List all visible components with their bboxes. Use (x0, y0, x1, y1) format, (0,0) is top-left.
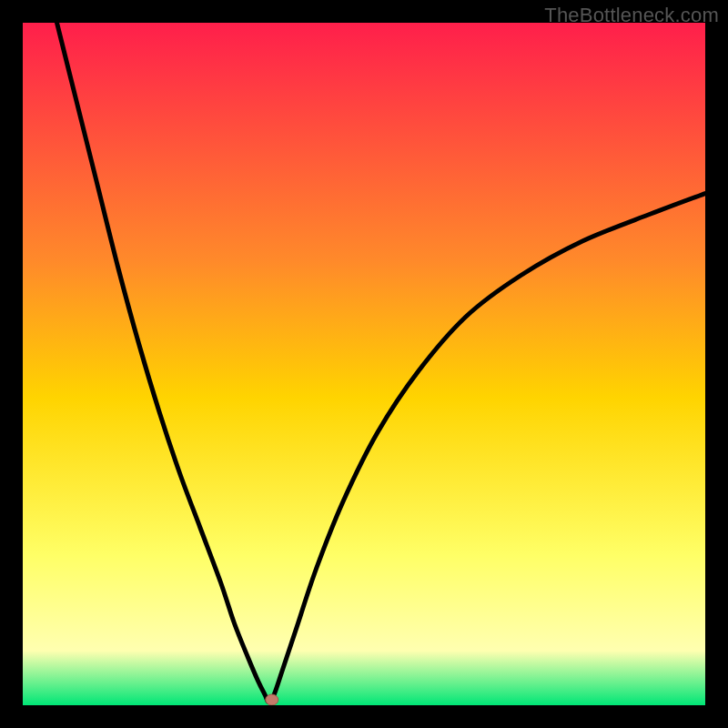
chart-frame (23, 23, 705, 705)
bottleneck-chart (23, 23, 705, 705)
gradient-background (23, 23, 705, 705)
optimal-point-marker (266, 694, 278, 705)
